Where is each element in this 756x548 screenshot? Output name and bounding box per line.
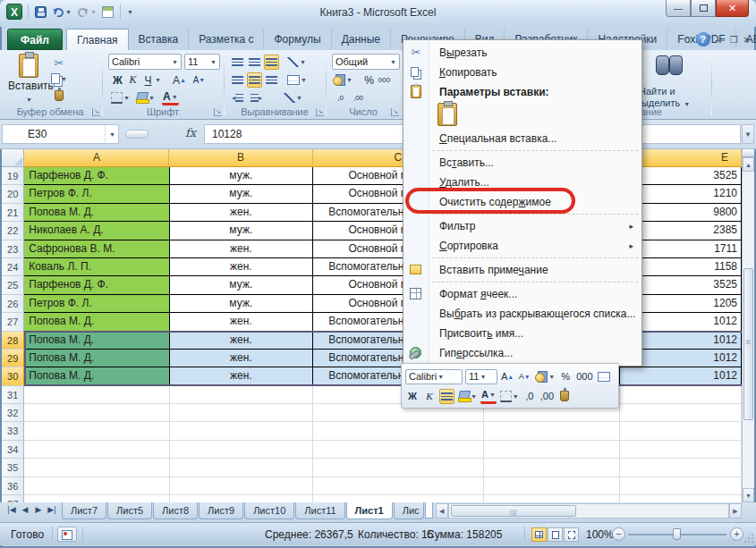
cell[interactable]: жен. [170, 350, 313, 367]
empty-cell[interactable] [620, 477, 742, 495]
tab-формулы[interactable]: Формулы [264, 29, 331, 50]
empty-cell[interactable] [484, 477, 620, 495]
normal-view-button[interactable] [531, 527, 547, 542]
fill-color-button[interactable]: ▼ [135, 90, 156, 105]
horizontal-scroll-thumb[interactable] [451, 505, 576, 517]
tab-главная[interactable]: Главная [66, 29, 129, 50]
row-header-28[interactable]: 28 [2, 332, 24, 350]
workbook-minimize-icon[interactable]: — [716, 35, 725, 45]
mini-center-button[interactable] [439, 389, 454, 404]
hscroll-right-button[interactable]: ▶ [729, 503, 742, 518]
empty-cell[interactable] [24, 441, 169, 459]
next-sheet-button[interactable]: ▶ [32, 505, 45, 514]
empty-cell[interactable] [170, 495, 313, 502]
empty-cell[interactable] [484, 459, 620, 476]
row-header-22[interactable]: 22 [2, 222, 24, 240]
empty-cell[interactable] [484, 422, 620, 440]
empty-cell[interactable] [313, 441, 484, 459]
column-header-B[interactable]: B [169, 149, 312, 167]
chevron-down-icon[interactable]: ▼ [155, 77, 161, 83]
insert-function-button[interactable]: fx [179, 126, 202, 143]
empty-cell[interactable] [620, 459, 742, 476]
empty-cell[interactable] [24, 386, 169, 404]
name-box[interactable]: E30 ▼ [2, 124, 119, 144]
formula-bar-splitter[interactable] [125, 130, 149, 139]
decrease-indent-button[interactable]: ◂ [230, 90, 245, 105]
align-top-button[interactable] [230, 55, 245, 70]
empty-cell[interactable] [620, 441, 742, 459]
empty-cell[interactable] [24, 495, 169, 502]
copy-button[interactable]: ▼ [51, 72, 67, 86]
sheet-tab-лист11[interactable]: Лист11 [295, 502, 344, 519]
row-header-29[interactable]: 29 [2, 350, 24, 367]
menu-item[interactable]: Присвоить имя... [403, 324, 641, 343]
sheet-tab-лист8[interactable]: Лист8 [153, 502, 198, 519]
mini-format-painter-button[interactable] [557, 389, 572, 404]
mini-grow-font-button[interactable]: А▲ [500, 369, 514, 384]
close-button[interactable]: ✕ [716, 0, 749, 17]
number-format-combo[interactable]: Общий▼ [332, 54, 400, 70]
row-header-36[interactable]: 36 [2, 477, 24, 495]
row-header-30[interactable]: 30 [2, 367, 24, 385]
menu-item[interactable]: Фильтр▸ [403, 216, 641, 236]
empty-cell[interactable] [484, 495, 620, 502]
zoom-out-button[interactable]: − [612, 527, 625, 541]
binoculars-icon[interactable] [656, 55, 683, 75]
cell[interactable]: Попова М. Д. [24, 313, 169, 331]
page-layout-view-button[interactable] [548, 527, 563, 542]
find-select-label-1[interactable]: Найти и [639, 86, 675, 97]
cell[interactable]: жен. [170, 332, 313, 350]
cell[interactable]: Николаев А. Д. [24, 222, 169, 240]
merge-center-button[interactable]: ▼ [286, 72, 308, 88]
vertical-scroll-thumb[interactable] [743, 268, 753, 420]
menu-item[interactable]: Вставить... [403, 153, 641, 173]
cell[interactable]: Попова М. Д. [24, 350, 169, 367]
cell[interactable]: муж. [170, 222, 313, 240]
menu-item[interactable]: Вырезать✂ [403, 43, 641, 63]
empty-cell[interactable] [170, 441, 313, 459]
underline-button[interactable]: Ч [140, 72, 156, 88]
paste-option-button[interactable] [437, 103, 457, 126]
cell[interactable]: Петров Ф. Л. [24, 185, 169, 203]
cell[interactable]: жен. [170, 258, 313, 276]
sheet-tab-лист5[interactable]: Лист5 [107, 502, 152, 519]
prev-sheet-button[interactable]: ◀ [19, 505, 31, 514]
mini-percent-button[interactable]: % [558, 369, 573, 384]
orientation-button[interactable]: ▼ [286, 55, 307, 70]
row-header-23[interactable]: 23 [2, 240, 24, 258]
row-header-37[interactable]: 37 [2, 495, 24, 502]
row-header-20[interactable]: 20 [2, 185, 24, 203]
mini-fill-color-button[interactable]: ▼ [457, 389, 478, 404]
row-header-31[interactable]: 31 [2, 386, 24, 404]
font-dialog-launcher[interactable]: ↘ [214, 108, 222, 116]
column-header-A[interactable]: A [24, 149, 169, 167]
sheet-tab-лист1[interactable]: Лист1 [346, 502, 393, 519]
align-middle-button[interactable] [247, 55, 262, 70]
workbook-restore-icon[interactable]: ❐ [730, 35, 738, 45]
menu-item[interactable]: Параметры вставки: [403, 82, 641, 102]
empty-cell[interactable] [170, 422, 313, 440]
minimize-ribbon-icon[interactable]: ⌃ [683, 35, 690, 45]
mini-font-color-button[interactable]: А▼ [480, 389, 497, 404]
tab-данные[interactable]: Данные [332, 29, 391, 50]
align-bottom-button[interactable] [264, 55, 279, 70]
split-handle[interactable] [743, 149, 754, 157]
resize-grip[interactable] [743, 533, 754, 544]
mini-bold-button[interactable]: Ж [405, 389, 420, 404]
menu-item[interactable]: Гиперссылка... [403, 343, 641, 363]
name-box-dropdown[interactable]: ▼ [105, 125, 118, 143]
vertical-scrollbar[interactable]: ▲ ▼ [742, 149, 754, 502]
cell[interactable]: жен. [170, 367, 313, 385]
mini-comma-button[interactable]: 000 [575, 369, 593, 384]
comma-style-button[interactable]: 000 [377, 72, 392, 88]
align-right-button[interactable] [264, 72, 279, 88]
cell[interactable]: муж. [170, 295, 313, 313]
tab-разметка-с[interactable]: Разметка с [189, 29, 264, 50]
scroll-up-button[interactable]: ▲ [743, 157, 754, 172]
paste-button[interactable]: Вставить ▼ [8, 54, 49, 105]
empty-cell[interactable] [170, 386, 313, 404]
sheet-tab-лист10[interactable]: Лист10 [244, 502, 294, 519]
menu-item[interactable]: Выбрать из раскрывающегося списка... [403, 304, 641, 324]
mini-italic-button[interactable]: К [422, 389, 437, 404]
cell[interactable]: муж. [170, 276, 313, 294]
